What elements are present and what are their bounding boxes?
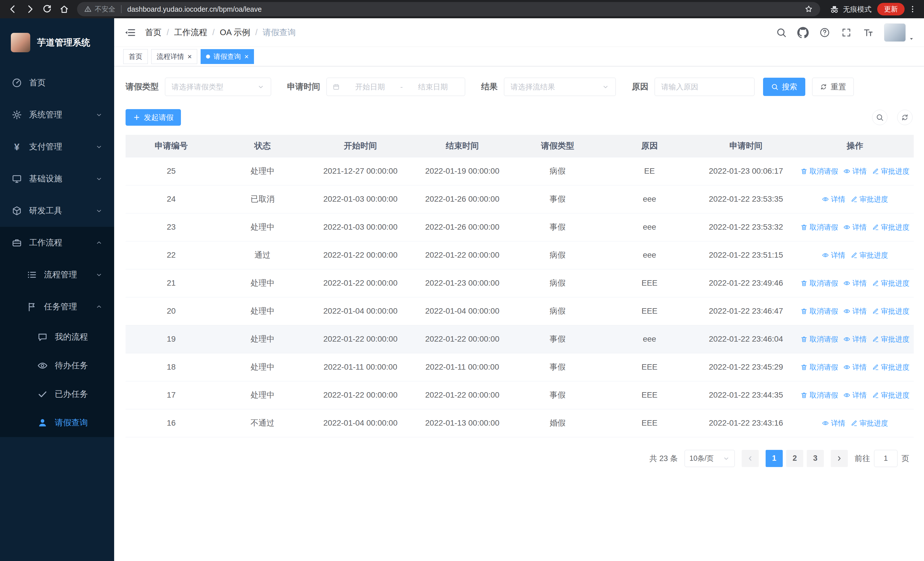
chevron-down-icon: [257, 83, 264, 90]
refresh-table-button[interactable]: [897, 110, 913, 125]
cell-apply_time: 2022-01-22 23:46:47: [696, 297, 796, 325]
op-cancel-link[interactable]: 取消请假: [801, 362, 838, 372]
tab-label: 首页: [129, 52, 142, 61]
op-progress-link[interactable]: 审批进度: [850, 418, 888, 428]
sidebar-item-devtools[interactable]: 研发工具: [0, 195, 114, 227]
sidebar-item-my-process[interactable]: 我的流程: [0, 323, 114, 351]
browser-menu-button[interactable]: [906, 2, 919, 17]
op-progress-link[interactable]: 审批进度: [872, 334, 909, 344]
user-menu[interactable]: [884, 23, 914, 42]
sidebar-item-todo-tasks[interactable]: 待办任务: [0, 351, 114, 380]
browser-reload-button[interactable]: [39, 2, 55, 17]
page-size-select[interactable]: 10条/页: [685, 450, 735, 467]
sidebar-item-label: 我的流程: [55, 331, 88, 343]
date-range-picker[interactable]: 开始日期 - 结束日期: [327, 78, 465, 96]
breadcrumb-workflow[interactable]: 工作流程: [174, 27, 207, 38]
table-row-22: 22通过2022-01-22 00:00:002022-01-22 00:00:…: [126, 241, 914, 269]
github-icon: [797, 27, 809, 38]
browser-home-button[interactable]: [57, 2, 72, 17]
op-detail-link[interactable]: 详情: [843, 167, 867, 176]
leave-type-select[interactable]: 请选择请假类型: [165, 78, 271, 96]
eye-icon: [843, 335, 850, 343]
op-detail-link[interactable]: 详情: [843, 278, 867, 288]
page-button-2[interactable]: 2: [786, 450, 803, 467]
op-progress-link[interactable]: 审批进度: [872, 223, 909, 232]
cell-apply_time: 2022-01-22 23:51:15: [696, 241, 796, 269]
security-label: 不安全: [95, 5, 115, 14]
op-progress-link[interactable]: 审批进度: [850, 194, 888, 204]
yen-icon: ¥: [11, 141, 22, 152]
table-row-21: 21处理中2022-01-22 00:00:002022-01-23 00:00…: [126, 269, 914, 297]
briefcase-icon: [11, 238, 22, 248]
browser-update-button[interactable]: 更新: [877, 3, 904, 15]
op-cancel-link[interactable]: 取消请假: [801, 307, 838, 316]
op-detail-link[interactable]: 详情: [822, 418, 845, 428]
op-detail-link[interactable]: 详情: [843, 391, 867, 400]
sidebar-item-home[interactable]: 首页: [0, 67, 114, 99]
bookmark-star-icon[interactable]: [804, 5, 813, 14]
tab-leave-query[interactable]: 请假查询 ×: [201, 49, 254, 64]
op-progress-link[interactable]: 审批进度: [850, 251, 888, 260]
toggle-search-button[interactable]: [872, 110, 888, 125]
op-progress-link[interactable]: 审批进度: [872, 278, 909, 288]
page-button-1[interactable]: 1: [766, 450, 783, 467]
help-button[interactable]: [819, 27, 830, 38]
tab-close-icon[interactable]: ×: [188, 53, 192, 60]
sidebar-item-done-tasks[interactable]: 已办任务: [0, 380, 114, 409]
column-header: 状态: [217, 135, 308, 157]
result-label: 结果: [481, 81, 498, 93]
font-size-button[interactable]: [862, 27, 874, 38]
sidebar-item-workflow[interactable]: 工作流程: [0, 227, 114, 259]
sidebar-item-task-mgmt[interactable]: 任务管理: [0, 291, 114, 323]
header-search-button[interactable]: [776, 27, 787, 38]
result-select[interactable]: 请选择流结果: [504, 78, 616, 96]
address-bar[interactable]: 不安全 dashboard.yudao.iocoder.cn/bpm/oa/le…: [77, 2, 820, 16]
tag-tab-bar: 首页 流程详情 × 请假查询 ×: [114, 47, 924, 66]
browser-forward-button[interactable]: [22, 2, 38, 17]
fullscreen-button[interactable]: [841, 27, 852, 38]
sidebar-item-leave-query[interactable]: 请假查询: [0, 409, 114, 437]
tab-process-detail[interactable]: 流程详情 ×: [151, 49, 197, 64]
browser-back-button[interactable]: [5, 2, 21, 17]
op-detail-link[interactable]: 详情: [822, 251, 845, 260]
op-progress-link[interactable]: 审批进度: [872, 391, 909, 400]
warning-triangle-icon: [84, 5, 92, 13]
op-progress-link[interactable]: 审批进度: [872, 362, 909, 372]
sidebar-item-label: 已办任务: [55, 388, 88, 400]
op-cancel-link[interactable]: 取消请假: [801, 334, 838, 344]
cell-reason: eee: [603, 241, 696, 269]
op-detail-link[interactable]: 详情: [822, 194, 845, 204]
op-cancel-link[interactable]: 取消请假: [801, 391, 838, 400]
prev-page-button[interactable]: [742, 450, 759, 467]
sidebar-collapse-button[interactable]: [124, 26, 136, 39]
op-detail-link[interactable]: 详情: [843, 362, 867, 372]
sidebar-item-infra[interactable]: 基础设施: [0, 163, 114, 195]
op-cancel-link[interactable]: 取消请假: [801, 167, 838, 176]
op-detail-link[interactable]: 详情: [843, 307, 867, 316]
op-detail-link[interactable]: 详情: [843, 334, 867, 344]
op-progress-link[interactable]: 审批进度: [872, 167, 909, 176]
tab-home[interactable]: 首页: [123, 49, 148, 64]
search-button[interactable]: 搜索: [763, 78, 805, 96]
goto-page-input[interactable]: [874, 450, 897, 467]
op-detail-link[interactable]: 详情: [843, 223, 867, 232]
breadcrumb-home[interactable]: 首页: [145, 27, 162, 38]
reset-button[interactable]: 重置: [812, 78, 854, 96]
breadcrumb-oa-example[interactable]: OA 示例: [220, 27, 250, 38]
op-cancel-link[interactable]: 取消请假: [801, 223, 838, 232]
page-button-3[interactable]: 3: [807, 450, 824, 467]
sidebar-item-system[interactable]: 系统管理: [0, 99, 114, 131]
op-cancel-link[interactable]: 取消请假: [801, 278, 838, 288]
cell-operations: 取消请假详情审批进度: [796, 157, 914, 185]
cell-id: 25: [126, 157, 217, 185]
sidebar-item-label: 基础设施: [29, 173, 62, 185]
sidebar-item-process-mgmt[interactable]: 流程管理: [0, 259, 114, 291]
range-separator: -: [400, 83, 403, 92]
sidebar-item-payment[interactable]: ¥ 支付管理: [0, 131, 114, 163]
next-page-button[interactable]: [831, 450, 848, 467]
tab-close-icon[interactable]: ×: [244, 53, 249, 60]
reason-input[interactable]: [655, 78, 754, 96]
create-leave-button[interactable]: 发起请假: [126, 109, 181, 126]
op-progress-link[interactable]: 审批进度: [872, 307, 909, 316]
github-link-button[interactable]: [797, 27, 809, 38]
